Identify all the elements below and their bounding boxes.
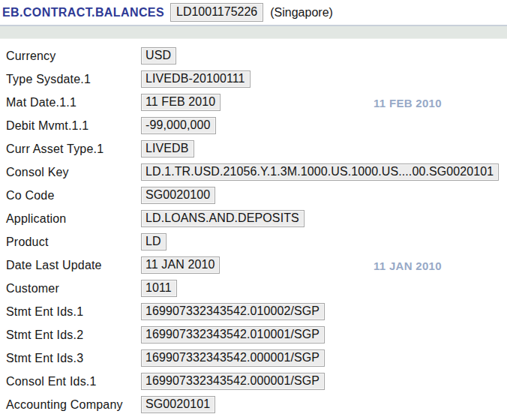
field-value-box: LIVEDB-20100111	[141, 70, 250, 88]
header-divider-bar	[0, 25, 507, 39]
field-value-box: LD.1.TR.USD.21056.Y.1.3M.1000.US.1000.US…	[141, 164, 499, 181]
field-label: Stmt Ent Ids.3	[6, 352, 141, 365]
field-label: Debit Mvmt.1.1	[6, 119, 141, 133]
field-row: Stmt Ent Ids.3 169907332343542.000001/SG…	[6, 346, 507, 370]
field-row: Date Last Update 11 JAN 2010 11 JAN 2010	[6, 254, 507, 277]
field-label: Curr Asset Type.1	[6, 142, 141, 156]
field-label: Mat Date.1.1	[6, 96, 141, 110]
field-row: Currency USD	[6, 44, 507, 68]
field-row: Application LD.LOANS.AND.DEPOSITS	[6, 207, 507, 230]
field-row: Consol Key LD.1.TR.USD.21056.Y.1.3M.1000…	[6, 160, 507, 184]
aux-date: 11 JAN 2010	[374, 259, 442, 272]
field-label: Currency	[6, 50, 141, 63]
field-label: Co Code	[6, 189, 141, 202]
field-value-box: 11 JAN 2010	[141, 256, 220, 274]
field-label: Customer	[6, 282, 141, 296]
field-row: Debit Mvmt.1.1 -99,000,000	[6, 114, 507, 137]
field-value-box: SG0020100	[141, 187, 215, 204]
field-label: Stmt Ent Ids.2	[6, 328, 141, 342]
field-value-box: 1011	[141, 280, 177, 297]
field-label: Consol Ent Ids.1	[6, 375, 141, 388]
app-title: EB.CONTRACT.BALANCES	[2, 6, 164, 20]
field-label: Date Last Update	[6, 259, 141, 272]
field-label: Accounting Company	[6, 398, 141, 412]
field-row: Stmt Ent Ids.2 169907332343542.010001/SG…	[6, 323, 507, 346]
field-value-box: LD.LOANS.AND.DEPOSITS	[141, 210, 304, 227]
field-value-box: SG0020101	[141, 396, 215, 413]
field-value-box: LIVEDB	[141, 140, 194, 158]
field-row: Type Sysdate.1 LIVEDB-20100111	[6, 68, 507, 91]
field-label: Product	[6, 236, 141, 249]
aux-date: 11 FEB 2010	[374, 96, 442, 109]
field-label: Consol Key	[6, 166, 141, 179]
field-row: Stmt Ent Ids.1 169907332343542.010002/SG…	[6, 300, 507, 323]
record-header: EB.CONTRACT.BALANCES LD1001175226 (Singa…	[0, 0, 507, 25]
field-value-box: 11 FEB 2010	[141, 94, 220, 111]
field-value-box: -99,000,000	[141, 117, 216, 134]
field-value-box: 169907332343542.000001/SGP	[141, 350, 325, 367]
field-row: Co Code SG0020100	[6, 184, 507, 207]
field-row: Mat Date.1.1 11 FEB 2010 11 FEB 2010	[6, 91, 507, 114]
region-label: (Singapore)	[270, 6, 333, 20]
field-row: Product LD	[6, 230, 507, 254]
field-value-box: USD	[141, 47, 176, 64]
field-value-box: 169907332343542.010001/SGP	[141, 326, 325, 344]
field-label: Stmt Ent Ids.1	[6, 305, 141, 319]
field-row: Accounting Company SG0020101	[6, 393, 507, 416]
field-row: Customer 1011	[6, 277, 507, 300]
field-row: Consol Ent Ids.1 169907332343542.000001/…	[6, 370, 507, 393]
field-value-box: 169907332343542.000001/SGP	[141, 373, 325, 390]
field-value-box: LD	[141, 233, 166, 250]
fields-list: Currency USD Type Sysdate.1 LIVEDB-20100…	[0, 39, 507, 416]
record-id-field[interactable]: LD1001175226	[170, 3, 263, 22]
field-value-box: 169907332343542.010002/SGP	[141, 303, 325, 320]
field-label: Type Sysdate.1	[6, 73, 141, 86]
field-label: Application	[6, 212, 141, 226]
field-row: Curr Asset Type.1 LIVEDB	[6, 137, 507, 160]
